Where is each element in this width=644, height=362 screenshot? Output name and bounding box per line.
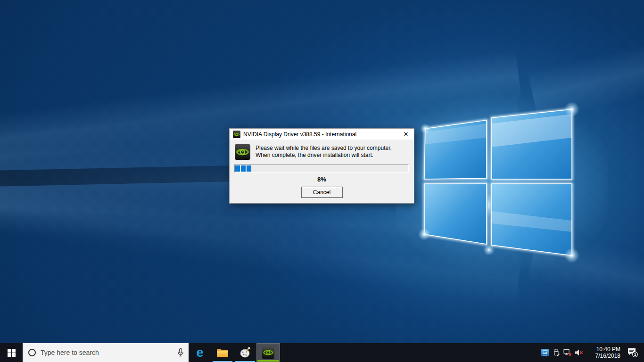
dialog-message: Please wait while the files are saved to…: [256, 145, 392, 159]
progress-bar-segments: [235, 165, 251, 172]
windows-start-icon: [8, 349, 16, 357]
message-line-1: Please wait while the files are saved to…: [256, 145, 392, 152]
search-input[interactable]: [41, 349, 177, 356]
action-center-button[interactable]: 1: [624, 347, 641, 358]
paint-icon: [239, 347, 251, 358]
clock-date: 7/16/2018: [588, 353, 620, 359]
microphone-icon[interactable]: [177, 348, 184, 357]
close-icon[interactable]: ✕: [398, 129, 414, 140]
network-disconnected-icon[interactable]: [562, 349, 573, 356]
taskbar-app-nvidia-installer[interactable]: [256, 343, 280, 362]
clock-time: 10:40 PM: [588, 346, 620, 353]
search-box[interactable]: [23, 343, 189, 362]
tray-blue-app-icon[interactable]: [539, 348, 551, 357]
nvidia-logo-icon: [235, 144, 250, 160]
taskbar-app-file-explorer[interactable]: [211, 343, 234, 362]
message-line-2: When complete, the driver installation w…: [256, 152, 392, 159]
progress-segment: [235, 165, 240, 172]
desktop: NVIDIA Display Driver v388.59 - Internat…: [0, 0, 644, 362]
nvidia-icon: [233, 131, 240, 138]
windows-logo: [396, 94, 608, 278]
system-tray: 10:40 PM 7/16/2018 1: [539, 343, 644, 362]
notification-badge: 1: [634, 352, 636, 357]
nvidia-taskbar-icon: [262, 346, 274, 359]
cancel-button[interactable]: Cancel: [301, 187, 343, 198]
taskbar: e: [0, 343, 644, 362]
start-button[interactable]: [0, 343, 23, 362]
progress-segment: [241, 165, 246, 172]
file-explorer-icon: [216, 348, 229, 357]
progress-bar: [234, 165, 409, 173]
taskbar-app-edge[interactable]: e: [189, 343, 211, 362]
edge-icon: e: [196, 346, 203, 359]
active-indicator: [257, 360, 279, 362]
dialog-titlebar[interactable]: NVIDIA Display Driver v388.59 - Internat…: [230, 129, 414, 140]
usb-safely-remove-icon[interactable]: [551, 348, 562, 357]
action-center-icon: 1: [627, 347, 638, 358]
progress-percent: 8%: [230, 176, 414, 183]
cortana-icon: [28, 349, 36, 356]
dialog-title: NVIDIA Display Driver v388.59 - Internat…: [243, 131, 356, 138]
taskbar-app-paint[interactable]: [234, 343, 256, 362]
dialog-body: Please wait while the files are saved to…: [230, 140, 414, 203]
volume-muted-icon[interactable]: [573, 349, 585, 356]
nvidia-installer-dialog: NVIDIA Display Driver v388.59 - Internat…: [229, 128, 414, 204]
taskbar-clock[interactable]: 10:40 PM 7/16/2018: [588, 346, 620, 359]
progress-segment: [247, 165, 251, 172]
